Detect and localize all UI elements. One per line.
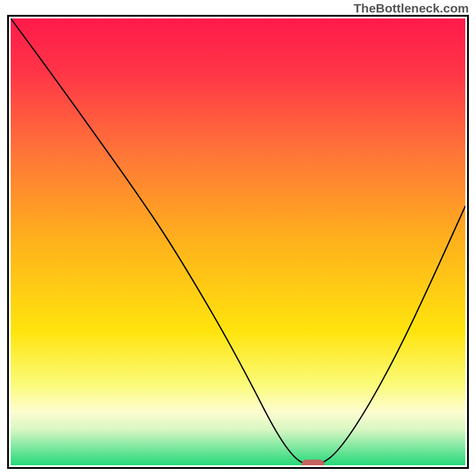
- optimal-marker: [302, 460, 324, 465]
- chart-svg: [11, 18, 465, 465]
- chart-frame: [7, 15, 469, 469]
- watermark-text: TheBottleneck.com: [353, 1, 469, 15]
- gradient-background: [11, 18, 465, 465]
- plot-area: [11, 18, 465, 465]
